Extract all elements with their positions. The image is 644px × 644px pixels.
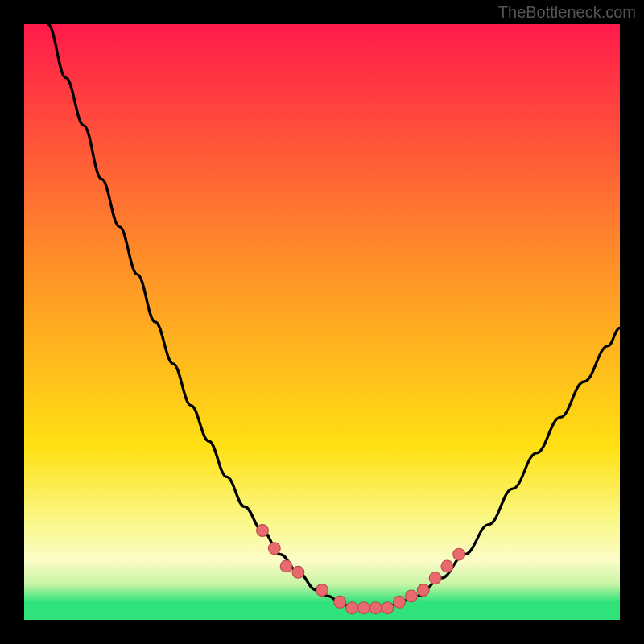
marker-point [357, 602, 369, 614]
plot-area [24, 24, 620, 620]
marker-point [346, 602, 358, 614]
marker-point [316, 584, 328, 597]
bottleneck-curve [48, 24, 620, 608]
marker-point [441, 560, 453, 572]
marker-point [292, 566, 304, 578]
marker-point [417, 584, 429, 597]
marker-point [369, 602, 382, 614]
marker-point [453, 548, 465, 560]
marker-point [268, 543, 280, 555]
marker-point [429, 572, 441, 584]
highlight-markers [257, 525, 465, 614]
marker-point [257, 525, 269, 537]
marker-point [280, 560, 292, 572]
curve-layer [24, 24, 620, 620]
chart-container: TheBottleneck.com [0, 0, 644, 644]
marker-point [394, 596, 406, 608]
marker-point [406, 590, 418, 602]
marker-point [382, 602, 394, 614]
watermark-text: TheBottleneck.com [498, 3, 636, 22]
marker-point [334, 596, 346, 608]
